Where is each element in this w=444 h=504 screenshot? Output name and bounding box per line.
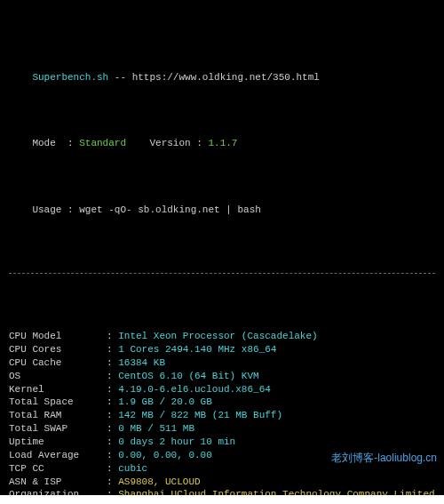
- sys-row: OS: CentOS 6.10 (64 Bit) KVM: [9, 370, 435, 383]
- sys-value: 1.9 GB / 20.0 GB: [118, 396, 212, 407]
- sys-value: 16384 KB: [118, 357, 165, 368]
- mode-value: Standard: [79, 138, 126, 148]
- sys-value: 142 MB / 822 MB (21 MB Buff): [118, 410, 282, 420]
- sys-value: Intel Xeon Processor (Cascadelake): [118, 331, 317, 341]
- sys-label: TCP CC: [9, 462, 107, 476]
- sys-label: CPU Cores: [9, 343, 107, 356]
- sys-label: ASN & ISP: [9, 476, 107, 489]
- sys-value: AS9808, UCLOUD: [118, 476, 200, 487]
- watermark-text: 老刘博客-laoliublog.cn: [331, 451, 437, 465]
- sys-label: Total Space: [9, 396, 107, 409]
- sys-value: 0.00, 0.00, 0.00: [118, 450, 212, 460]
- sys-label: CPU Cache: [9, 356, 107, 370]
- sys-row: Uptime: 0 days 2 hour 10 min: [9, 436, 435, 449]
- terminal-output: Superbench.sh -- https://www.oldking.net…: [0, 0, 444, 504]
- version-value: 1.1.7: [208, 138, 237, 148]
- page-footer-blank: [0, 495, 444, 504]
- sys-row: Total SWAP: 0 MB / 511 MB: [9, 422, 435, 436]
- header-line-3: Usage : wget -qO- sb.oldking.net | bash: [9, 190, 435, 230]
- sys-value: cubic: [118, 463, 147, 474]
- sys-row: CPU Model: Intel Xeon Processor (Cascade…: [9, 330, 435, 343]
- header-line-2: Mode : Standard Version : 1.1.7: [9, 124, 435, 164]
- system-info-block: CPU Model: Intel Xeon Processor (Cascade…: [9, 330, 435, 504]
- sys-row: CPU Cores: 1 Cores 2494.140 MHz x86_64: [9, 343, 435, 356]
- separator: [9, 273, 435, 274]
- sys-label: Total RAM: [9, 409, 107, 422]
- script-name: Superbench.sh: [32, 72, 108, 83]
- sys-label: CPU Model: [9, 330, 107, 343]
- sys-label: Load Average: [9, 449, 107, 462]
- sys-row: Kernel: 4.19.0-6.el6.ucloud.x86_64: [9, 383, 435, 396]
- sys-label: Uptime: [9, 436, 107, 449]
- sys-label: Total SWAP: [9, 422, 107, 436]
- sys-label: OS: [9, 370, 107, 383]
- sys-row: CPU Cache: 16384 KB: [9, 356, 435, 370]
- header-line-1: Superbench.sh -- https://www.oldking.net…: [9, 58, 435, 98]
- sys-value: 0 days 2 hour 10 min: [118, 436, 235, 447]
- sys-row: Total RAM: 142 MB / 822 MB (21 MB Buff): [9, 409, 435, 422]
- sys-value: 0 MB / 511 MB: [118, 423, 194, 434]
- sys-value: CentOS 6.10 (64 Bit) KVM: [118, 371, 258, 381]
- usage-value: wget -qO- sb.oldking.net | bash: [79, 204, 261, 215]
- script-url: https://www.oldking.net/350.html: [132, 72, 320, 83]
- sys-row: Total Space: 1.9 GB / 20.0 GB: [9, 396, 435, 409]
- sys-label: Kernel: [9, 383, 107, 396]
- sys-value: 1 Cores 2494.140 MHz x86_64: [118, 344, 276, 355]
- sys-row: ASN & ISP: AS9808, UCLOUD: [9, 476, 435, 489]
- sys-value: 4.19.0-6.el6.ucloud.x86_64: [118, 384, 271, 395]
